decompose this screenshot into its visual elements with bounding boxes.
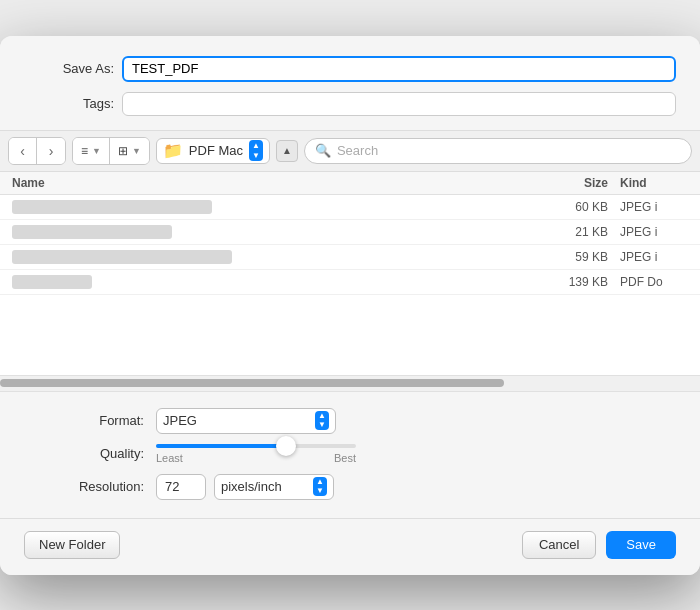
cancel-button[interactable]: Cancel bbox=[522, 531, 596, 559]
format-arrows: ▲▼ bbox=[315, 411, 329, 431]
folder-icon: 📁 bbox=[163, 141, 183, 160]
table-row[interactable]: 60 KB JPEG i bbox=[0, 195, 700, 220]
file-name-cell bbox=[12, 250, 528, 264]
resolution-unit-arrows: ▲▼ bbox=[313, 477, 327, 497]
quality-best-label: Best bbox=[334, 452, 356, 464]
grid-view-button[interactable]: ⊞ ▼ bbox=[110, 138, 149, 164]
file-list-section: Name Size Kind 60 KB JPEG i 21 KB JPEG i… bbox=[0, 172, 700, 375]
resolution-unit-select[interactable]: pixels/inch ▲▼ bbox=[214, 474, 334, 500]
file-name-cell bbox=[12, 200, 528, 214]
file-name-cell bbox=[12, 225, 528, 239]
toolbar: ‹ › ≡ ▼ ⊞ ▼ 📁 PDF Mac ▲▼ ▲ 🔍 Search bbox=[0, 130, 700, 172]
file-kind-2: JPEG i bbox=[608, 225, 688, 239]
col-name-header: Name bbox=[12, 176, 528, 190]
resolution-wrapper: pixels/inch ▲▼ bbox=[156, 474, 334, 500]
search-icon: 🔍 bbox=[315, 143, 331, 158]
bottom-row: New Folder Cancel Save bbox=[0, 519, 700, 575]
save-dialog: Save As: Tags: ‹ › ≡ ▼ ⊞ ▼ 📁 PDF Mac ▲▼ bbox=[0, 36, 700, 575]
resolution-label: Resolution: bbox=[24, 479, 144, 494]
file-kind-4: PDF Do bbox=[608, 275, 688, 289]
file-kind-1: JPEG i bbox=[608, 200, 688, 214]
format-row: Format: JPEG ▲▼ bbox=[24, 408, 676, 434]
slider-thumb[interactable] bbox=[276, 436, 296, 456]
location-chevron: ▲▼ bbox=[249, 140, 263, 161]
new-folder-button[interactable]: New Folder bbox=[24, 531, 120, 559]
file-kind-3: JPEG i bbox=[608, 250, 688, 264]
file-list-header: Name Size Kind bbox=[0, 172, 700, 195]
save-as-label: Save As: bbox=[24, 61, 114, 76]
search-placeholder: Search bbox=[337, 143, 378, 158]
col-size-header: Size bbox=[528, 176, 608, 190]
collapse-button[interactable]: ▲ bbox=[276, 140, 298, 162]
quality-slider-container: Least Best bbox=[156, 444, 376, 464]
location-label: PDF Mac bbox=[189, 143, 243, 158]
file-thumb-1 bbox=[12, 200, 212, 214]
tags-label: Tags: bbox=[24, 96, 114, 111]
file-thumb-3 bbox=[12, 250, 232, 264]
quality-label: Quality: bbox=[24, 446, 144, 461]
quality-least-label: Least bbox=[156, 452, 183, 464]
resolution-row: Resolution: pixels/inch ▲▼ bbox=[24, 474, 676, 500]
file-size-4: 139 KB bbox=[528, 275, 608, 289]
back-button[interactable]: ‹ bbox=[9, 138, 37, 164]
grid-view-chevron: ▼ bbox=[132, 146, 141, 156]
table-row[interactable]: 21 KB JPEG i bbox=[0, 220, 700, 245]
format-control: JPEG ▲▼ bbox=[156, 408, 336, 434]
col-kind-header: Kind bbox=[608, 176, 688, 190]
file-size-1: 60 KB bbox=[528, 200, 608, 214]
table-row[interactable]: 139 KB PDF Do bbox=[0, 270, 700, 295]
list-view-chevron: ▼ bbox=[92, 146, 101, 156]
list-view-button[interactable]: ≡ ▼ bbox=[73, 138, 110, 164]
top-section: Save As: Tags: bbox=[0, 36, 700, 130]
search-box[interactable]: 🔍 Search bbox=[304, 138, 692, 164]
list-view-icon: ≡ bbox=[81, 144, 88, 158]
file-thumb-4 bbox=[12, 275, 92, 289]
resolution-input[interactable] bbox=[156, 474, 206, 500]
forward-button[interactable]: › bbox=[37, 138, 65, 164]
options-section: Format: JPEG ▲▼ Quality: Least bbox=[0, 391, 700, 518]
collapse-icon: ▲ bbox=[282, 145, 292, 156]
file-size-3: 59 KB bbox=[528, 250, 608, 264]
file-thumb-2 bbox=[12, 225, 172, 239]
quality-slider[interactable] bbox=[156, 444, 356, 448]
empty-area bbox=[0, 295, 700, 375]
file-name-cell bbox=[12, 275, 528, 289]
file-size-2: 21 KB bbox=[528, 225, 608, 239]
save-as-row: Save As: bbox=[24, 56, 676, 82]
tags-input[interactable] bbox=[122, 92, 676, 116]
scrollbar-thumb bbox=[0, 379, 504, 387]
grid-view-icon: ⊞ bbox=[118, 144, 128, 158]
nav-btn-group: ‹ › bbox=[8, 137, 66, 165]
scrollbar-area[interactable] bbox=[0, 375, 700, 391]
location-group[interactable]: 📁 PDF Mac ▲▼ bbox=[156, 138, 270, 164]
save-as-input[interactable] bbox=[122, 56, 676, 82]
resolution-unit-text: pixels/inch bbox=[221, 479, 313, 494]
format-value: JPEG bbox=[163, 413, 315, 428]
quality-row: Quality: Least Best bbox=[24, 444, 676, 464]
table-row[interactable]: 59 KB JPEG i bbox=[0, 245, 700, 270]
slider-labels: Least Best bbox=[156, 452, 356, 464]
slider-row bbox=[156, 444, 376, 448]
scrollbar-track bbox=[0, 379, 700, 387]
format-select[interactable]: JPEG ▲▼ bbox=[156, 408, 336, 434]
tags-row: Tags: bbox=[24, 92, 676, 116]
format-label: Format: bbox=[24, 413, 144, 428]
slider-fill bbox=[156, 444, 286, 448]
view-btn-group: ≡ ▼ ⊞ ▼ bbox=[72, 137, 150, 165]
save-button[interactable]: Save bbox=[606, 531, 676, 559]
